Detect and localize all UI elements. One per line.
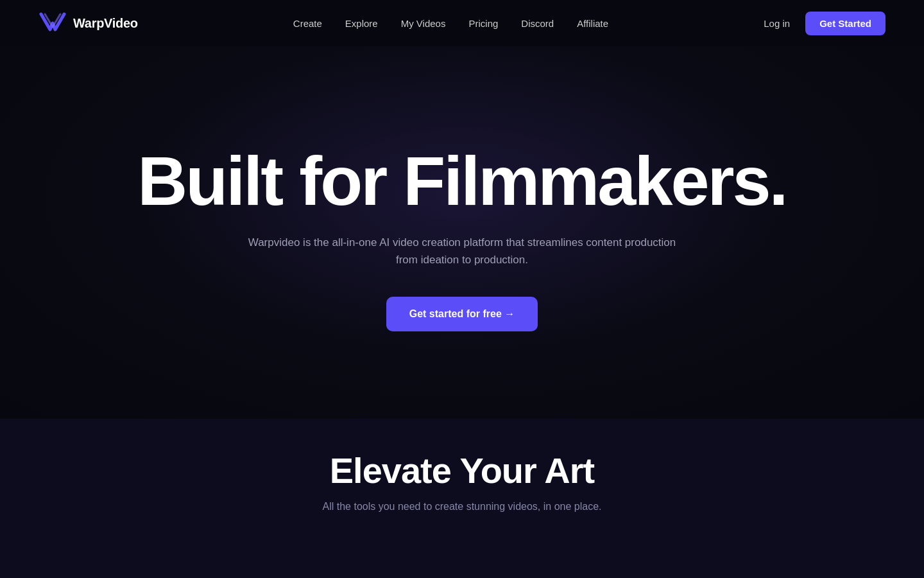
logo-area: WarpVideo (38, 12, 138, 35)
warpvideo-logo-icon (38, 12, 67, 35)
nav-pricing[interactable]: Pricing (468, 18, 498, 29)
navbar: WarpVideo Create Explore My Videos Prici… (0, 0, 924, 46)
nav-my-videos[interactable]: My Videos (401, 18, 446, 29)
hero-section: Built for Filmmakers. Warpvideo is the a… (0, 46, 924, 419)
login-link[interactable]: Log in (764, 18, 790, 29)
navbar-get-started-button[interactable]: Get Started (805, 12, 886, 35)
navbar-actions: Log in Get Started (764, 12, 886, 35)
bottom-title: Elevate Your Art (330, 450, 594, 491)
nav-links: Create Explore My Videos Pricing Discord… (293, 18, 608, 29)
bottom-subtitle: All the tools you need to create stunnin… (323, 499, 602, 514)
nav-create[interactable]: Create (293, 18, 322, 29)
nav-explore[interactable]: Explore (345, 18, 378, 29)
hero-cta-button[interactable]: Get started for free → (386, 297, 538, 331)
brand-name: WarpVideo (73, 16, 138, 31)
hero-title: Built for Filmmakers. (137, 146, 786, 216)
bottom-section: Elevate Your Art All the tools you need … (0, 419, 924, 578)
nav-discord[interactable]: Discord (521, 18, 554, 29)
nav-affiliate[interactable]: Affiliate (577, 18, 608, 29)
hero-subtitle: Warpvideo is the all-in-one AI video cre… (244, 234, 680, 268)
